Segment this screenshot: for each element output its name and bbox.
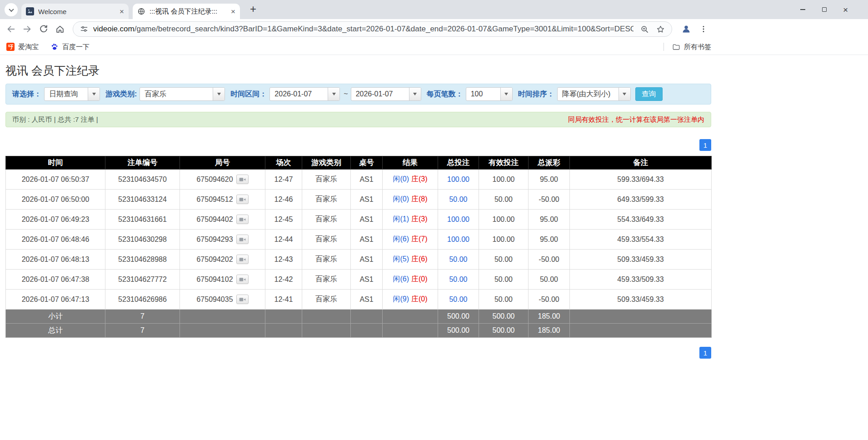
round-cell: 675094202 [180, 250, 265, 270]
forward-icon [22, 24, 32, 34]
date-start-value: 2026-01-07 [270, 88, 328, 100]
video-replay-button[interactable] [236, 175, 249, 184]
total-bet-link[interactable]: 100.00 [447, 215, 469, 223]
all-bookmarks-button[interactable]: 所有书签 [684, 43, 711, 51]
total-label: 总计 [6, 324, 105, 338]
profile-button[interactable] [678, 21, 694, 37]
address-bar[interactable]: videoie.com/game/betrecord_search/kind3?… [73, 21, 672, 37]
table-no-cell: AS1 [351, 270, 383, 290]
total-bet-cell: 50.00 [438, 290, 479, 310]
tab-betrecord[interactable]: :::视讯 会员下注纪录::: × [133, 4, 240, 19]
minimize-button[interactable] [792, 0, 813, 19]
video-replay-button[interactable] [236, 195, 249, 204]
tab-close-icon[interactable]: × [231, 8, 235, 15]
empty-cell [180, 324, 265, 338]
sort-select[interactable]: 降幂(由大到小) [557, 87, 631, 101]
payout-cell: 95.00 [529, 170, 570, 190]
time-cell: 2026-01-07 06:48:46 [6, 230, 105, 250]
back-button[interactable] [3, 21, 19, 37]
video-replay-button[interactable] [236, 275, 249, 284]
globe-favicon-icon [137, 7, 145, 15]
total-total-bet: 500.00 [438, 324, 479, 338]
subtotal-label: 小计 [6, 310, 105, 324]
dropdown-arrow-button[interactable] [500, 88, 512, 100]
total-bet-cell: 50.00 [438, 250, 479, 270]
total-bet-cell: 100.00 [438, 170, 479, 190]
game-cell: 百家乐 [302, 250, 351, 270]
empty-cell [302, 310, 351, 324]
dropdown-arrow-button[interactable] [88, 88, 100, 100]
bookmark-label: 爱淘宝 [18, 43, 39, 51]
home-button[interactable] [52, 21, 68, 37]
round-number: 675094035 [196, 295, 233, 304]
total-bet-link[interactable]: 50.00 [449, 195, 467, 203]
query-type-value: 日期查询 [45, 88, 88, 100]
result-banker: 庄(3) [411, 175, 428, 183]
page-size-select[interactable]: 100 [466, 87, 513, 101]
date-start-select[interactable]: 2026-01-07 [269, 87, 340, 101]
date-range-label: 时间区间： [230, 90, 267, 99]
total-bet-link[interactable]: 100.00 [447, 235, 469, 243]
game-type-select[interactable]: 百家乐 [140, 87, 225, 101]
folder-icon [672, 43, 680, 51]
dropdown-arrow-button[interactable] [328, 88, 339, 100]
tab-welcome[interactable]: Welcome × [21, 4, 129, 19]
url-domain: videoie.com [93, 25, 135, 33]
new-tab-button[interactable]: + [247, 3, 259, 15]
result-player: 闲(6) [393, 275, 409, 283]
dropdown-arrow-button[interactable] [409, 88, 421, 100]
page-size-value: 100 [466, 88, 500, 100]
col-header-round: 局号 [180, 156, 265, 170]
total-bet-link[interactable]: 50.00 [449, 275, 467, 283]
total-bet-link[interactable]: 50.00 [449, 255, 467, 263]
bookmark-baidu[interactable]: 百度一下 [50, 43, 90, 51]
total-bet-link[interactable]: 100.00 [447, 175, 469, 183]
tab-strip: Welcome × :::视讯 会员下注纪录::: × + × [0, 0, 868, 19]
col-header-total-bet: 总投注 [438, 156, 479, 170]
video-replay-button[interactable] [236, 295, 249, 304]
session-cell: 12-47 [265, 170, 302, 190]
valid-bet-cell: 100.00 [479, 230, 529, 250]
maximize-button[interactable] [813, 0, 835, 19]
date-end-select[interactable]: 2026-01-07 [351, 87, 421, 101]
empty-cell [180, 310, 265, 324]
total-payout: 185.00 [529, 324, 570, 338]
zoom-indicator-icon[interactable] [640, 25, 649, 34]
tab-search-button[interactable] [5, 3, 18, 16]
time-cell: 2026-01-07 06:48:13 [6, 250, 105, 270]
search-button[interactable]: 查询 [635, 87, 663, 101]
query-type-select[interactable]: 日期查询 [44, 87, 100, 101]
video-camera-icon [239, 277, 246, 282]
result-player: 闲(9) [393, 295, 409, 303]
bookmark-star-icon[interactable] [656, 25, 665, 34]
dropdown-arrow-button[interactable] [213, 88, 224, 100]
subtotal-valid-bet: 500.00 [479, 310, 529, 324]
site-settings-icon[interactable] [80, 25, 89, 34]
total-bet-link[interactable]: 50.00 [449, 295, 467, 303]
table-row: 2026-01-07 06:49:23 523104631661 6750944… [6, 210, 712, 230]
forward-button[interactable] [19, 21, 35, 37]
tab-close-icon[interactable]: × [120, 8, 124, 15]
page-1-button[interactable]: 1 [699, 139, 711, 151]
minimize-icon [800, 9, 805, 10]
round-cell: 675094102 [180, 270, 265, 290]
dropdown-arrow-button[interactable] [619, 88, 630, 100]
empty-cell [570, 310, 712, 324]
game-type-label: 游戏类别: [105, 90, 137, 99]
refresh-icon [39, 24, 49, 34]
result-cell: 闲(0)庄(3) [383, 170, 438, 190]
refresh-button[interactable] [35, 21, 52, 37]
empty-cell [351, 310, 383, 324]
result-banker: 庄(0) [411, 295, 428, 303]
menu-button[interactable] [696, 21, 711, 37]
video-replay-button[interactable] [236, 235, 249, 244]
dropdown-arrow-icon [504, 93, 508, 95]
video-replay-button[interactable] [236, 255, 249, 264]
video-replay-button[interactable] [236, 215, 249, 224]
page-size-label: 每页笔数： [427, 90, 463, 99]
valid-bet-cell: 50.00 [479, 290, 529, 310]
session-cell: 12-43 [265, 250, 302, 270]
bookmark-aitaobao[interactable]: 爱淘宝 [6, 43, 39, 51]
page-1-button[interactable]: 1 [699, 347, 711, 359]
close-button[interactable]: × [835, 0, 856, 19]
